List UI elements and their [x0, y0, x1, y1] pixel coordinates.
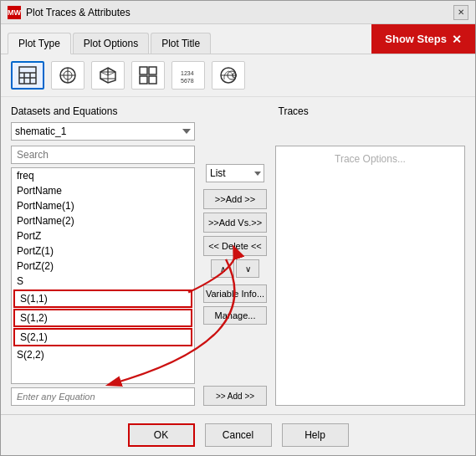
- toolbar-icon-grid[interactable]: [131, 61, 165, 90]
- var-item-s11[interactable]: S(1,1): [13, 289, 192, 308]
- svg-rect-18: [140, 76, 147, 84]
- dataset-select[interactable]: shematic_1: [11, 122, 195, 141]
- arrow-up-button[interactable]: ∧: [211, 259, 234, 278]
- toolbar-icon-3d[interactable]: [91, 61, 125, 90]
- equation-input[interactable]: [11, 387, 195, 406]
- svg-rect-19: [149, 76, 156, 84]
- var-item-portz1[interactable]: PortZ(1): [12, 243, 194, 259]
- tab-list: Plot Type Plot Options Plot Title: [1, 24, 371, 54]
- table-icon: [18, 66, 37, 85]
- var-item-portz[interactable]: PortZ: [12, 228, 194, 243]
- svg-rect-17: [149, 67, 156, 74]
- var-item-portname2[interactable]: PortName(2): [12, 213, 194, 228]
- title-bar-left: MW Plot Traces & Attributes: [8, 6, 131, 19]
- main-content: Datasets and Equations Traces shematic_1…: [1, 97, 475, 414]
- smith-icon: [219, 66, 238, 85]
- cancel-button[interactable]: Cancel: [205, 423, 272, 447]
- window-title: Plot Traces & Attributes: [26, 7, 131, 18]
- add-button[interactable]: >>Add >>: [203, 189, 267, 209]
- svg-line-14: [100, 72, 108, 75]
- columns-area: freq PortName PortName(1) PortName(2) Po…: [11, 146, 465, 406]
- traces-box: Trace Options...: [275, 146, 465, 406]
- plot-type-toolbar: 1234 5678: [1, 54, 475, 97]
- datasets-section-title: Datasets and Equations: [11, 105, 198, 117]
- var-item-s22[interactable]: S(2,2): [12, 347, 194, 362]
- close-button[interactable]: ✕: [453, 5, 468, 20]
- delete-button[interactable]: << Delete <<: [203, 236, 267, 256]
- tab-plot-options[interactable]: Plot Options: [73, 33, 149, 54]
- tabs-bar: Plot Type Plot Options Plot Title Show S…: [1, 24, 475, 54]
- toolbar-icon-smith[interactable]: [212, 61, 245, 90]
- var-item-portname[interactable]: PortName: [12, 183, 194, 198]
- tab-plot-title[interactable]: Plot Title: [151, 33, 211, 54]
- 3d-icon: [99, 66, 117, 85]
- section-headers: Datasets and Equations Traces: [11, 105, 465, 117]
- dataset-row: shematic_1: [11, 122, 465, 141]
- traces-section-title: Traces: [279, 105, 466, 117]
- help-button[interactable]: Help: [282, 423, 349, 447]
- ok-button[interactable]: OK: [128, 423, 195, 447]
- var-item-freq[interactable]: freq: [12, 168, 194, 183]
- var-item-s12[interactable]: S(1,2): [13, 309, 192, 327]
- tab-plot-type[interactable]: Plot Type: [8, 33, 71, 54]
- numeric-icon: 1234 5678: [179, 66, 197, 85]
- manage-button[interactable]: Manage...: [203, 306, 267, 325]
- toolbar-icon-numeric[interactable]: 1234 5678: [171, 61, 205, 90]
- svg-rect-0: [19, 67, 36, 84]
- arrow-down-button[interactable]: ∨: [236, 259, 259, 278]
- var-item-s[interactable]: S: [12, 274, 194, 289]
- var-item-s21[interactable]: S(2,1): [13, 328, 192, 346]
- grid-icon: [139, 66, 157, 85]
- trace-options-label: Trace Options...: [335, 153, 406, 165]
- left-panel: freq PortName PortName(1) PortName(2) Po…: [11, 146, 195, 406]
- svg-text:5678: 5678: [181, 78, 194, 84]
- var-item-portz2[interactable]: PortZ(2): [12, 259, 194, 274]
- footer: OK Cancel Help: [1, 414, 475, 455]
- svg-text:1234: 1234: [181, 70, 194, 76]
- svg-rect-16: [140, 67, 147, 74]
- list-select[interactable]: List Phasor Table: [206, 164, 264, 182]
- arrow-buttons: ∧ ∨: [211, 259, 259, 278]
- list-select-row: List Phasor Table: [206, 164, 264, 182]
- toolbar-icon-polar[interactable]: [51, 61, 84, 90]
- show-steps-label: Show Steps: [385, 33, 447, 45]
- title-bar: MW Plot Traces & Attributes ✕: [1, 1, 475, 24]
- right-panel: Trace Options...: [275, 146, 465, 406]
- variables-list: freq PortName PortName(1) PortName(2) Po…: [11, 167, 195, 384]
- show-steps-button[interactable]: Show Steps ✕: [371, 24, 475, 54]
- mid-bottom: Variable Info... Manage...: [203, 284, 267, 325]
- search-input[interactable]: [11, 146, 195, 164]
- main-window: MW Plot Traces & Attributes ✕ Plot Type …: [0, 0, 476, 456]
- var-item-portname1[interactable]: PortName(1): [12, 198, 194, 213]
- middle-panel: List Phasor Table >>Add >> >>Add Vs.>> <…: [202, 146, 269, 406]
- variable-info-button[interactable]: Variable Info...: [203, 284, 267, 303]
- toolbar-icon-table[interactable]: [11, 61, 44, 90]
- add-vs-button[interactable]: >>Add Vs.>>: [203, 213, 267, 233]
- add-equation-button[interactable]: >> Add >>: [203, 386, 267, 406]
- polar-icon: [59, 66, 77, 85]
- app-icon: MW: [8, 6, 21, 19]
- show-steps-x: ✕: [452, 33, 462, 46]
- svg-line-13: [108, 72, 115, 75]
